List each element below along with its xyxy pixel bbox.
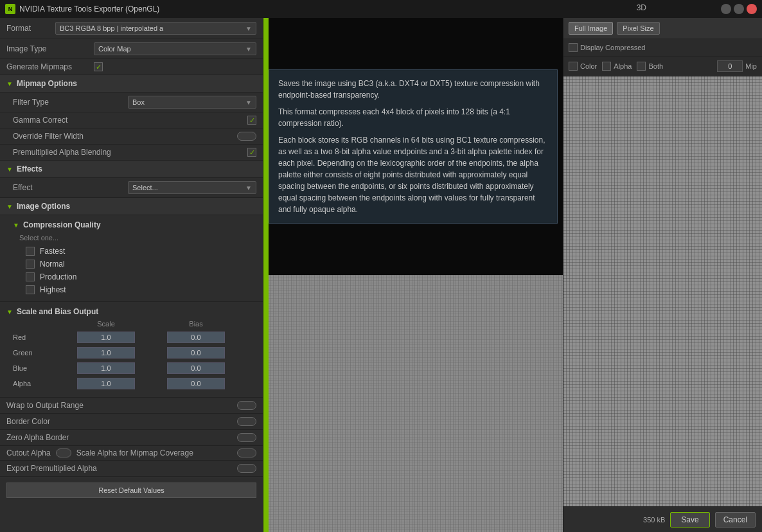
quality-production: Production — [26, 270, 256, 283]
override-filter-row: Override Filter Width — [0, 129, 263, 145]
blue-label: Blue — [13, 364, 77, 372]
alpha-label: Alpha — [13, 380, 77, 387]
mipmap-options-title: Mipmap Options — [17, 79, 77, 88]
red-bias-input[interactable] — [167, 332, 225, 343]
alpha-label: Alpha — [614, 62, 632, 70]
green-bias-input[interactable] — [167, 347, 225, 359]
maximize-button[interactable]: □ — [734, 4, 744, 14]
reset-button[interactable]: Reset Default Values — [6, 483, 256, 498]
alpha-scale-input[interactable] — [77, 378, 135, 389]
display-compressed-toggle[interactable]: Display Compressed — [569, 43, 645, 52]
channel-spacer — [13, 320, 77, 328]
close-button[interactable]: ✕ — [747, 4, 757, 14]
blue-bias-input[interactable] — [167, 362, 225, 374]
bottom-bar: 350 kB Save Cancel — [563, 506, 762, 532]
mip-label: Mip — [745, 62, 757, 70]
export-premultiplied-label: Export Premultiplied Alpha — [6, 464, 232, 473]
filter-type-value: Box — [132, 98, 145, 106]
color-channel-item[interactable]: Color — [569, 62, 597, 71]
blue-scale-input[interactable] — [77, 362, 135, 374]
alpha-row: Alpha — [6, 377, 256, 391]
both-channel-item[interactable]: Both — [637, 62, 663, 71]
alpha-bias-input[interactable] — [167, 378, 225, 389]
normal-radio[interactable] — [26, 260, 35, 269]
tooltip-line-1: Saves the image using BC3 (a.k.a. DXT4 o… — [278, 78, 548, 101]
format-dropdown-arrow: ▼ — [245, 25, 252, 32]
border-color-toggle[interactable] — [237, 417, 256, 426]
image-type-value: Color Map — [98, 45, 131, 53]
highest-label: Highest — [40, 285, 66, 294]
zero-alpha-row: Zero Alpha Border — [0, 430, 263, 446]
full-image-button[interactable]: Full Image — [569, 22, 613, 35]
filter-type-arrow: ▼ — [245, 99, 252, 106]
display-compressed-checkbox[interactable] — [569, 43, 578, 52]
scale-bias-section: ▼ Scale and Bias Output Scale Bias Red G… — [0, 302, 263, 398]
mipmaps-label: Generate Mipmaps — [6, 62, 90, 71]
effect-row: Effect Select... ▼ — [0, 178, 263, 198]
color-alpha-row: Color Alpha Both Mip — [563, 57, 762, 76]
cutout-toggle[interactable] — [56, 448, 71, 457]
export-premultiplied-toggle[interactable] — [237, 464, 256, 473]
format-select[interactable]: BC3 RGBA 8 bpp | interpolated a ▼ — [55, 22, 256, 35]
alpha-channel-item[interactable]: Alpha — [602, 62, 632, 71]
mipmaps-checkbox[interactable]: ✓ — [94, 62, 103, 71]
select-one-label: Select one... — [13, 233, 256, 242]
zero-alpha-toggle[interactable] — [237, 433, 256, 442]
scale-alpha-label: Scale Alpha for Mipmap Coverage — [76, 448, 232, 457]
window-controls[interactable]: ─ □ ✕ — [721, 4, 757, 14]
image-type-select[interactable]: Color Map ▼ — [94, 42, 256, 55]
image-options-header[interactable]: ▼ Image Options — [0, 198, 263, 215]
app-title: NVIDIA Texture Tools Exporter (OpenGL) — [19, 4, 159, 13]
cancel-button[interactable]: Cancel — [715, 512, 756, 528]
green-row: Green — [6, 346, 256, 360]
production-label: Production — [40, 272, 76, 281]
fastest-radio[interactable] — [26, 247, 35, 256]
effect-label: Effect — [13, 183, 124, 192]
zero-alpha-label: Zero Alpha Border — [6, 433, 232, 442]
image-type-label: Image Type — [6, 44, 90, 53]
production-radio[interactable] — [26, 272, 35, 281]
wrap-output-row: Wrap to Output Range — [0, 398, 263, 414]
mip-input[interactable] — [717, 60, 743, 72]
both-checkbox[interactable] — [637, 62, 646, 71]
alpha-checkbox[interactable] — [602, 62, 611, 71]
quality-normal: Normal — [26, 258, 256, 270]
nvidia-icon: N — [5, 4, 15, 14]
effects-header[interactable]: ▼ Effects — [0, 161, 263, 178]
override-filter-toggle[interactable] — [237, 132, 256, 141]
scale-col-header: Scale — [77, 320, 135, 328]
color-label: Color — [580, 62, 597, 70]
highest-radio[interactable] — [26, 285, 35, 294]
pixel-size-button[interactable]: Pixel Size — [617, 22, 659, 35]
mipmap-options-header[interactable]: ▼ Mipmap Options — [0, 75, 263, 93]
green-scale-input[interactable] — [77, 347, 135, 359]
mipmap-arrow-icon: ▼ — [6, 80, 13, 87]
effect-select[interactable]: Select... ▼ — [128, 181, 256, 194]
3d-label: 3D — [637, 3, 646, 12]
scale-bias-title: Scale and Bias Output — [17, 307, 98, 316]
gamma-correct-row: Gamma Correct ✓ — [0, 112, 263, 129]
filter-type-label: Filter Type — [13, 98, 124, 107]
scale-alpha-toggle[interactable] — [237, 448, 256, 457]
channel-row: Display Compressed — [563, 39, 762, 57]
tooltip-overlay: Saves the image using BC3 (a.k.a. DXT4 o… — [269, 69, 558, 224]
wrap-output-toggle[interactable] — [237, 401, 256, 410]
reset-row: Reset Default Values — [0, 477, 263, 503]
quality-highest: Highest — [26, 283, 256, 296]
quality-fastest: Fastest — [26, 245, 256, 258]
premultiplied-checkbox[interactable]: ✓ — [247, 148, 256, 157]
override-filter-label: Override Filter Width — [13, 132, 233, 141]
minimize-button[interactable]: ─ — [721, 4, 731, 14]
red-label: Red — [13, 333, 77, 341]
preview-wrapper: Saves the image using BC3 (a.k.a. DXT4 o… — [263, 18, 563, 532]
filter-type-row: Filter Type Box ▼ — [0, 93, 263, 112]
red-scale-input[interactable] — [77, 332, 135, 343]
filter-type-select[interactable]: Box ▼ — [128, 96, 256, 109]
gamma-correct-checkbox[interactable]: ✓ — [247, 116, 256, 125]
color-checkbox[interactable] — [569, 62, 578, 71]
border-color-row: Border Color — [0, 414, 263, 430]
save-button[interactable]: Save — [670, 512, 709, 528]
right-preview — [563, 76, 762, 506]
scale-bias-col-headers: Scale Bias — [6, 320, 256, 328]
scale-bias-header[interactable]: ▼ Scale and Bias Output — [6, 307, 256, 316]
